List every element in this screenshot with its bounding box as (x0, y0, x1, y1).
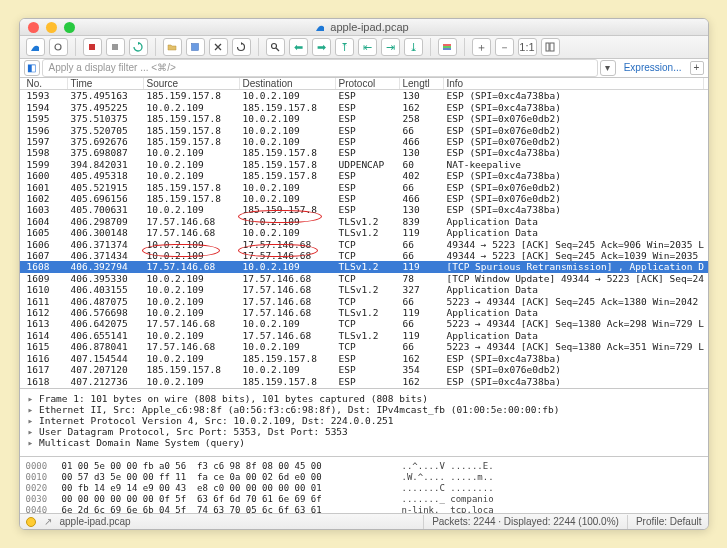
zoom-out-icon[interactable]: － (495, 38, 514, 56)
go-last-icon[interactable]: ⇥ (381, 38, 400, 56)
jump-to-icon[interactable]: ⤒ (335, 38, 354, 56)
packet-row[interactable]: 1602405.696156185.159.157.810.0.2.109ESP… (20, 193, 708, 204)
svg-rect-6 (443, 44, 451, 46)
main-toolbar: ⬅ ➡ ⤒ ⇤ ⇥ ⤓ ＋ － 1:1 (20, 36, 708, 58)
svg-rect-9 (546, 43, 549, 51)
packet-list[interactable]: 1593375.495163185.159.157.810.0.2.109ESP… (20, 90, 708, 388)
svg-point-4 (272, 44, 277, 49)
shark-fin-icon[interactable] (26, 38, 45, 56)
stop-capture-icon[interactable] (106, 38, 125, 56)
filter-bookmark-icon[interactable]: ◧ (24, 60, 40, 76)
save-file-icon[interactable] (186, 38, 205, 56)
svg-rect-8 (443, 48, 451, 50)
packet-row[interactable]: 1594375.49522510.0.2.109185.159.157.8ESP… (20, 102, 708, 113)
column-header[interactable]: No. (24, 78, 68, 89)
display-filter-input[interactable]: Apply a display filter ... <⌘/> (42, 59, 598, 77)
open-file-icon[interactable] (163, 38, 182, 56)
packet-row[interactable]: 1616407.15454410.0.2.109185.159.157.8ESP… (20, 353, 708, 364)
packet-row[interactable]: 1595375.510375185.159.157.810.0.2.109ESP… (20, 113, 708, 124)
zoom-icon[interactable] (64, 22, 75, 33)
detail-tree-row[interactable]: Ethernet II, Src: Apple_c6:98:8f (a0:56:… (28, 404, 700, 415)
column-header[interactable]: Lengtl (400, 78, 444, 89)
packet-row[interactable]: 1597375.692676185.159.157.810.0.2.109ESP… (20, 136, 708, 147)
column-header[interactable]: Time (68, 78, 144, 89)
svg-rect-2 (112, 44, 118, 50)
detail-tree-row[interactable]: Multicast Domain Name System (query) (28, 437, 700, 448)
status-file-label: apple-ipad.pcap (60, 516, 131, 527)
filter-expression-button[interactable]: Expression... (618, 62, 688, 73)
svg-rect-10 (550, 43, 554, 51)
go-first-icon[interactable]: ⇤ (358, 38, 377, 56)
packet-details-pane[interactable]: Frame 1: 101 bytes on wire (808 bits), 1… (20, 388, 708, 456)
detail-tree-row[interactable]: User Datagram Protocol, Src Port: 5353, … (28, 426, 700, 437)
colorize-icon[interactable] (438, 38, 457, 56)
auto-scroll-icon[interactable]: ⤓ (404, 38, 423, 56)
svg-rect-3 (192, 44, 199, 51)
svg-line-5 (276, 48, 279, 51)
column-header[interactable]: Info (444, 78, 704, 89)
display-filter-bar: ◧ Apply a display filter ... <⌘/> ▾ Expr… (20, 59, 708, 78)
packet-row[interactable]: 1609406.39533010.0.2.10917.57.146.68TCP7… (20, 273, 708, 284)
reload-icon[interactable] (232, 38, 251, 56)
packet-row[interactable]: 1611406.48707510.0.2.10917.57.146.68TCP6… (20, 296, 708, 307)
zoom-reset-icon[interactable]: 1:1 (518, 38, 537, 56)
window-title: apple-ipad.pcap (82, 21, 643, 33)
packet-row[interactable]: 1619407.234414185.159.157.810.0.2.109ESP… (20, 387, 708, 388)
column-header[interactable]: Destination (240, 78, 336, 89)
packet-row[interactable]: 1601405.521915185.159.157.810.0.2.109ESP… (20, 182, 708, 193)
packet-row[interactable]: 1615406.87804117.57.146.6810.0.2.109TCP6… (20, 341, 708, 352)
find-icon[interactable] (266, 38, 285, 56)
svg-rect-7 (443, 46, 451, 48)
status-bar: ↗ apple-ipad.pcap Packets: 2244 · Displa… (20, 513, 708, 529)
go-back-icon[interactable]: ⬅ (289, 38, 308, 56)
wireshark-window: apple-ipad.pcap ⬅ ➡ ⤒ ⇤ ⇥ ⤓ ＋ － 1:1 ◧ Ap… (19, 18, 709, 530)
restart-capture-icon[interactable] (129, 38, 148, 56)
detail-tree-row[interactable]: Frame 1: 101 bytes on wire (808 bits), 1… (28, 393, 700, 404)
packet-bytes-pane[interactable]: 000000100020003000400050 01 00 5e 00 00 … (20, 456, 708, 513)
packet-row[interactable]: 1599394.84203110.0.2.109185.159.157.8UDP… (20, 159, 708, 170)
close-icon[interactable] (28, 22, 39, 33)
zoom-in-icon[interactable]: ＋ (472, 38, 491, 56)
start-capture-icon[interactable] (83, 38, 102, 56)
packet-row[interactable]: 1593375.495163185.159.157.810.0.2.109ESP… (20, 90, 708, 101)
packet-row[interactable]: 1618407.21273610.0.2.109185.159.157.8ESP… (20, 376, 708, 387)
packet-row[interactable]: 1610406.40315510.0.2.10917.57.146.68TLSv… (20, 284, 708, 295)
titlebar: apple-ipad.pcap (20, 19, 708, 36)
capture-options-icon[interactable] (49, 38, 68, 56)
go-forward-icon[interactable]: ➡ (312, 38, 331, 56)
packet-row[interactable]: 1600405.49531810.0.2.109185.159.157.8ESP… (20, 170, 708, 181)
packet-row[interactable]: 1603405.70063110.0.2.109185.159.157.8ESP… (20, 204, 708, 215)
status-profile-label[interactable]: Profile: Default (636, 516, 702, 527)
resize-columns-icon[interactable] (541, 38, 560, 56)
packet-row[interactable]: 1608406.39279417.57.146.6810.0.2.109TLSv… (20, 261, 708, 272)
packet-row[interactable]: 1596375.520705185.159.157.810.0.2.109ESP… (20, 125, 708, 136)
expert-info-icon[interactable] (26, 517, 36, 527)
capture-file-properties-icon[interactable]: ↗ (44, 516, 52, 527)
packet-list-header[interactable]: No.TimeSourceDestinationProtocolLengtlIn… (20, 78, 708, 91)
close-file-icon[interactable] (209, 38, 228, 56)
packet-row[interactable]: 1617407.207120185.159.157.810.0.2.109ESP… (20, 364, 708, 375)
filter-dropdown-icon[interactable]: ▾ (600, 60, 616, 76)
filter-add-button[interactable]: + (690, 61, 704, 75)
packet-row[interactable]: 1614406.65514110.0.2.10917.57.146.68TLSv… (20, 330, 708, 341)
column-header[interactable]: Protocol (336, 78, 400, 89)
svg-point-0 (55, 44, 61, 50)
status-packets-label: Packets: 2244 · Displayed: 2244 (100.0%) (432, 516, 619, 527)
column-header[interactable]: Source (144, 78, 240, 89)
packet-row[interactable]: 1605406.30014817.57.146.6810.0.2.109TLSv… (20, 227, 708, 238)
minimize-icon[interactable] (46, 22, 57, 33)
svg-rect-1 (89, 44, 95, 50)
packet-row[interactable]: 1612406.57669810.0.2.10917.57.146.68TLSv… (20, 307, 708, 318)
packet-row[interactable]: 1606406.37137410.0.2.10917.57.146.68TCP6… (20, 239, 708, 250)
packet-row[interactable]: 1604406.29870917.57.146.6810.0.2.109TLSv… (20, 216, 708, 227)
shark-fin-icon (315, 22, 325, 32)
detail-tree-row[interactable]: Internet Protocol Version 4, Src: 10.0.2… (28, 415, 700, 426)
packet-row[interactable]: 1598375.69808710.0.2.109185.159.157.8ESP… (20, 147, 708, 158)
packet-row[interactable]: 1607406.37143410.0.2.10917.57.146.68TCP6… (20, 250, 708, 261)
packet-row[interactable]: 1613406.64207517.57.146.6810.0.2.109TCP6… (20, 318, 708, 329)
